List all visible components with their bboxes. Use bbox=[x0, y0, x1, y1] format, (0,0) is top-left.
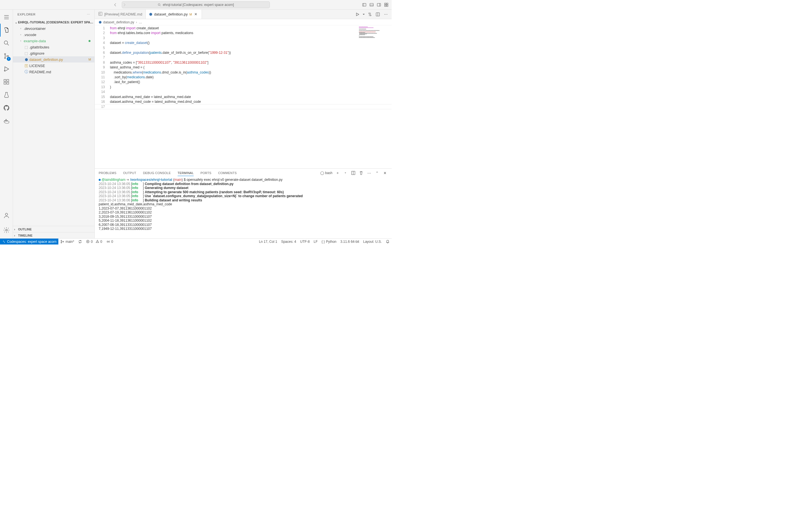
nav-back-icon[interactable] bbox=[112, 2, 118, 8]
search-icon[interactable] bbox=[0, 37, 13, 50]
split-terminal-icon[interactable] bbox=[350, 170, 356, 176]
tree-item[interactable]: ⚿LICENSE bbox=[13, 62, 94, 69]
close-icon[interactable]: ✕ bbox=[194, 12, 198, 17]
svg-point-9 bbox=[4, 54, 6, 55]
layout-sidebar-left-icon[interactable] bbox=[361, 2, 367, 8]
nav-forward-icon[interactable] bbox=[121, 2, 128, 8]
panel-tab[interactable]: PROBLEMS bbox=[99, 171, 116, 175]
kill-terminal-icon[interactable] bbox=[358, 170, 364, 176]
breadcrumb-rest: … bbox=[139, 20, 142, 24]
panel-tab[interactable]: COMMENTS bbox=[218, 171, 237, 175]
status-bar: Codespaces: expert space acorn main* 0 0… bbox=[0, 238, 392, 244]
command-center-text: ehrql-tutorial [Codespaces: expert space… bbox=[163, 3, 234, 7]
layout-panel-icon[interactable] bbox=[368, 2, 375, 8]
editor[interactable]: 1234567891011121314151617 from ehrql imp… bbox=[95, 25, 392, 168]
compare-changes-icon[interactable] bbox=[366, 11, 373, 18]
outline-section[interactable]: ›OUTLINE bbox=[13, 226, 94, 232]
svg-rect-4 bbox=[385, 3, 386, 4]
remote-indicator[interactable]: Codespaces: expert space acorn bbox=[0, 238, 58, 245]
eol[interactable]: LF bbox=[312, 238, 320, 245]
command-center[interactable]: ehrql-tutorial [Codespaces: expert space… bbox=[122, 1, 270, 8]
docker-icon[interactable] bbox=[0, 114, 13, 127]
chevron-up-icon[interactable]: ⌃ bbox=[374, 170, 380, 176]
braces-icon: { } bbox=[322, 240, 325, 244]
tree-item[interactable]: ›.devcontainer bbox=[13, 25, 94, 32]
explorer-more-icon[interactable]: ⋯ bbox=[87, 13, 90, 16]
tab-readme[interactable]: [Preview] README.md bbox=[95, 10, 146, 19]
timeline-section[interactable]: ›TIMELINE bbox=[13, 232, 94, 238]
encoding[interactable]: UTF-8 bbox=[298, 238, 312, 245]
tree-item[interactable]: ›.vscode bbox=[13, 32, 94, 38]
extensions-icon[interactable] bbox=[0, 75, 13, 89]
layout-customize-icon[interactable] bbox=[383, 2, 389, 8]
panel-tab[interactable]: DEBUG CONSOLE bbox=[143, 171, 171, 175]
tree-item[interactable]: ›example-data bbox=[13, 38, 94, 44]
chevron-right-icon: › bbox=[20, 27, 23, 30]
svg-rect-14 bbox=[4, 82, 6, 84]
run-icon[interactable] bbox=[354, 11, 361, 18]
chevron-down-icon: ⌄ bbox=[14, 21, 18, 24]
more-icon[interactable]: ⋯ bbox=[366, 170, 372, 176]
svg-point-27 bbox=[61, 242, 62, 243]
accounts-icon[interactable] bbox=[0, 209, 13, 222]
tree-item[interactable]: ⬢dataset_definition.pyM bbox=[13, 56, 94, 62]
explorer-icon[interactable] bbox=[0, 24, 13, 37]
terminal-dropdown-icon[interactable] bbox=[343, 170, 348, 176]
titlebar: ehrql-tutorial [Codespaces: expert space… bbox=[0, 0, 392, 10]
tab-label: [Preview] README.md bbox=[104, 12, 142, 16]
svg-point-30 bbox=[108, 241, 109, 242]
activity-bar: 7 bbox=[0, 10, 13, 238]
editor-tabs: [Preview] README.md ⬢ dataset_definition… bbox=[95, 10, 392, 19]
svg-point-8 bbox=[4, 41, 8, 44]
settings-gear-icon[interactable] bbox=[0, 224, 13, 237]
testing-icon[interactable] bbox=[0, 89, 13, 101]
split-editor-icon[interactable] bbox=[374, 11, 382, 18]
language-mode[interactable]: { }Python bbox=[320, 238, 339, 245]
new-terminal-icon[interactable]: ＋ bbox=[335, 170, 340, 176]
chevron-right-icon: › bbox=[14, 228, 18, 231]
tab-label: dataset_definition.py bbox=[154, 12, 188, 16]
branch-indicator[interactable]: main* bbox=[58, 238, 76, 245]
github-icon[interactable] bbox=[0, 101, 13, 114]
chevron-right-icon: › bbox=[14, 234, 18, 237]
sync-icon[interactable] bbox=[76, 238, 84, 245]
indentation[interactable]: Spaces: 4 bbox=[279, 238, 298, 245]
breadcrumb[interactable]: ⬢ dataset_definition.py › … bbox=[95, 19, 392, 25]
close-panel-icon[interactable]: ✕ bbox=[382, 170, 388, 176]
source-control-icon[interactable]: 7 bbox=[0, 50, 13, 62]
python-interpreter[interactable]: 3.11.6 64-bit bbox=[338, 238, 361, 245]
more-icon[interactable]: ⋯ bbox=[382, 11, 389, 18]
folder-section-label: EHRQL-TUTORIAL [CODESPACES: EXPERT SPA… bbox=[18, 20, 93, 24]
tree-item[interactable]: ⓘREADME.md bbox=[13, 69, 94, 75]
panel: PROBLEMSOUTPUTDEBUG CONSOLETERMINALPORTS… bbox=[95, 168, 392, 238]
cursor-position[interactable]: Ln 17, Col 1 bbox=[257, 238, 279, 245]
panel-tab[interactable]: TERMINAL bbox=[177, 171, 194, 176]
notifications-icon[interactable] bbox=[384, 238, 392, 245]
svg-rect-13 bbox=[4, 79, 6, 81]
run-dropdown-icon[interactable] bbox=[362, 11, 366, 18]
panel-tab[interactable]: PORTS bbox=[200, 171, 211, 175]
python-file-icon: ⬢ bbox=[149, 12, 152, 16]
run-debug-icon[interactable] bbox=[0, 62, 13, 75]
ports-indicator[interactable]: 0 bbox=[104, 238, 115, 245]
errors-indicator[interactable]: 0 0 bbox=[84, 238, 104, 245]
breadcrumb-file: dataset_definition.py bbox=[103, 20, 134, 24]
tree-item[interactable]: ⬚.gitattributes bbox=[13, 44, 94, 50]
keyboard-layout[interactable]: Layout: U.S. bbox=[361, 238, 384, 245]
layout-sidebar-right-icon[interactable] bbox=[376, 2, 382, 8]
svg-point-21 bbox=[5, 213, 8, 216]
svg-point-12 bbox=[4, 70, 5, 71]
folder-section-header[interactable]: ⌄ EHRQL-TUTORIAL [CODESPACES: EXPERT SPA… bbox=[13, 19, 94, 25]
tree-item[interactable]: ⬚.gitignore bbox=[13, 50, 94, 56]
terminal-output[interactable]: @iaindillingham ➜ /workspaces/ehrql-tuto… bbox=[95, 177, 392, 238]
svg-point-10 bbox=[4, 57, 6, 59]
svg-rect-2 bbox=[370, 3, 373, 6]
tab-dataset-definition[interactable]: ⬢ dataset_definition.py M ✕ bbox=[146, 10, 202, 19]
terminal-shell-selector[interactable]: ◯bash bbox=[320, 171, 333, 175]
panel-tab[interactable]: OUTPUT bbox=[123, 171, 136, 175]
svg-rect-6 bbox=[385, 5, 386, 6]
svg-point-0 bbox=[158, 3, 160, 5]
chevron-right-icon: › bbox=[136, 20, 137, 24]
menu-icon[interactable] bbox=[0, 11, 13, 24]
modified-indicator: M bbox=[190, 13, 192, 16]
